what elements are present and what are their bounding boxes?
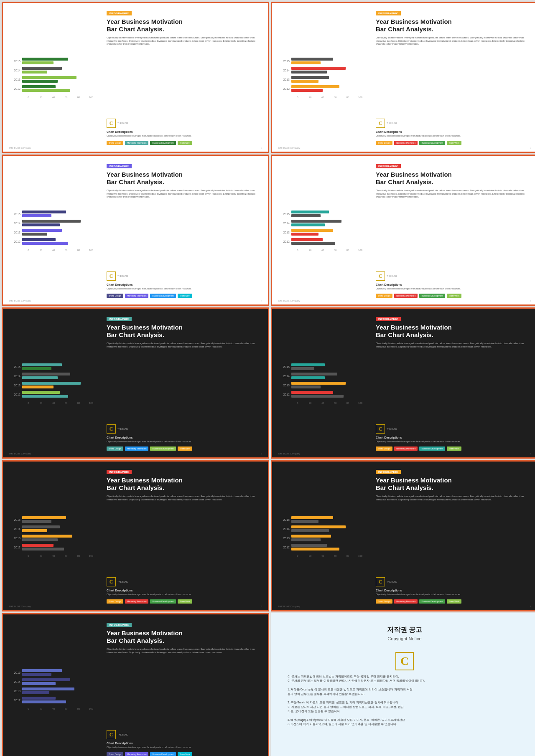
slide-title: Year Business Motivation Bar Chart Analy… xyxy=(376,324,530,339)
x-tick: 40 xyxy=(47,96,60,99)
x-tick: 60 xyxy=(60,96,72,99)
infographic-badge: INFOGRAPHIC xyxy=(107,164,132,168)
legend-tag: Marketing Promotion xyxy=(394,141,418,145)
x-tick: 80 xyxy=(72,249,85,251)
chart-row: 2014 xyxy=(9,525,97,532)
x-tick: 100 xyxy=(354,555,367,557)
legend-tag: Team Work xyxy=(178,294,192,298)
chart-row: 2014 xyxy=(278,67,367,74)
chart-desc-text: Objectively disintermediate leveraged ma… xyxy=(376,440,530,443)
legend-row: Brand DesignMarketing PromotionBusiness … xyxy=(107,752,260,756)
bar xyxy=(291,535,331,538)
x-tick: 80 xyxy=(341,555,354,557)
legend-tag: Team Work xyxy=(178,599,192,604)
slide-3: 2015201420132012020406080100INFOGRAPHICY… xyxy=(2,155,269,306)
chart-row: 2012 xyxy=(9,85,97,92)
chart-row: 2015 xyxy=(278,363,367,370)
logo-text: THE BUNE xyxy=(117,733,128,736)
year-label: 2013 xyxy=(9,690,20,693)
chart-row: 2015 xyxy=(9,363,97,370)
chart-desc-title: Chart Descriptions xyxy=(107,589,260,592)
x-tick: 60 xyxy=(329,249,341,251)
bars-group xyxy=(22,211,66,217)
bars-group xyxy=(22,391,68,398)
legend-tag: Marketing Promotion xyxy=(394,446,418,451)
bar xyxy=(291,67,346,70)
bars-group xyxy=(22,525,60,532)
x-tick: 20 xyxy=(304,555,316,557)
bars-group xyxy=(291,76,329,83)
slide-title: Year Business Motivation Bar Chart Analy… xyxy=(107,629,260,644)
footer-page: 6 xyxy=(261,452,262,455)
body-text: Objectively disintermediate leveraged ma… xyxy=(376,36,530,115)
slide-7: 2015201420132012020406080100INFOGRAPHICY… xyxy=(2,460,269,611)
legend-tag: Business Development xyxy=(150,599,176,604)
chart-area: 2015201420132012020406080100 xyxy=(9,470,101,604)
bar xyxy=(22,395,68,398)
logo-area: CTHE BUNE xyxy=(107,577,260,586)
year-label: 2015 xyxy=(278,60,290,63)
chart-row: 2013 xyxy=(9,76,97,83)
bars-group xyxy=(22,67,62,74)
chart-desc-title: Chart Descriptions xyxy=(107,742,260,745)
legend-tag: Marketing Promotion xyxy=(125,752,148,756)
bars-group xyxy=(22,363,62,370)
x-tick: 0 xyxy=(291,96,304,99)
legend-tag: Brand Design xyxy=(107,446,123,451)
bar xyxy=(291,80,318,83)
logo-text: THE BUNE xyxy=(117,428,128,430)
slide-footer: THE BUNE Company4 xyxy=(9,299,262,302)
bars-group xyxy=(22,516,66,523)
legend-tag: Business Development xyxy=(150,752,176,756)
logo-box: C xyxy=(376,271,385,281)
chart-area: 2015201420132012020406080100 xyxy=(9,623,101,756)
x-tick: 40 xyxy=(316,96,329,99)
year-label: 2013 xyxy=(9,231,20,234)
x-tick: 0 xyxy=(22,555,35,557)
chart-row: 2012 xyxy=(9,238,97,245)
slide-footer: THE BUNE Company2 xyxy=(9,147,262,149)
year-label: 2013 xyxy=(278,78,290,81)
bar xyxy=(291,220,341,223)
slide-8: 2015201420132012020406080100INFOGRAPHICY… xyxy=(271,460,535,611)
chart-row: 2015 xyxy=(9,58,97,64)
bar xyxy=(291,363,325,366)
footer-page: 7 xyxy=(530,452,531,455)
x-tick: 0 xyxy=(22,708,35,710)
content-area: INFOGRAPHICYear Business Motivation Bar … xyxy=(101,164,260,298)
chart-row: 2014 xyxy=(278,220,367,226)
x-tick: 60 xyxy=(60,708,72,710)
bar xyxy=(22,697,56,700)
year-label: 2013 xyxy=(278,231,290,234)
legend-tag: Business Development xyxy=(419,446,445,451)
year-label: 2015 xyxy=(9,518,20,521)
logo-box: C xyxy=(107,271,116,281)
slide-9: 2015201420132012020406080100INFOGRAPHICY… xyxy=(2,613,269,756)
footer-page: 4 xyxy=(261,299,262,302)
x-tick: 100 xyxy=(85,708,97,710)
year-label: 2014 xyxy=(278,222,290,225)
bar xyxy=(291,520,318,523)
logo-text: THE BUNE xyxy=(387,428,397,430)
bar xyxy=(22,61,54,64)
content-area: INFOGRAPHICYear Business Motivation Bar … xyxy=(370,11,530,145)
year-label: 2014 xyxy=(278,528,290,530)
bar xyxy=(291,529,329,532)
bars-group xyxy=(291,382,346,388)
year-label: 2014 xyxy=(9,528,20,530)
body-text: Objectively disintermediate leveraged ma… xyxy=(376,495,530,574)
logo-area: CTHE BUNE xyxy=(107,424,260,434)
logo-text: THE BUNE xyxy=(387,122,397,124)
legend-tag: Marketing Promotion xyxy=(125,599,148,604)
copyright-slide: 저작권 공고 Copyright Notice C 이 문서는 저작권법에 의해… xyxy=(271,613,535,756)
bar xyxy=(22,80,58,83)
bar xyxy=(22,214,51,217)
bar xyxy=(291,238,323,241)
chart-row: 2012 xyxy=(9,697,97,703)
legend-row: Brand DesignMarketing PromotionBusiness … xyxy=(376,446,530,451)
bar xyxy=(22,548,64,551)
x-axis: 020406080100 xyxy=(22,96,97,99)
legend-tag: Business Development xyxy=(150,294,176,298)
chart-row: 2014 xyxy=(9,373,97,379)
chart-row: 2012 xyxy=(278,544,367,551)
